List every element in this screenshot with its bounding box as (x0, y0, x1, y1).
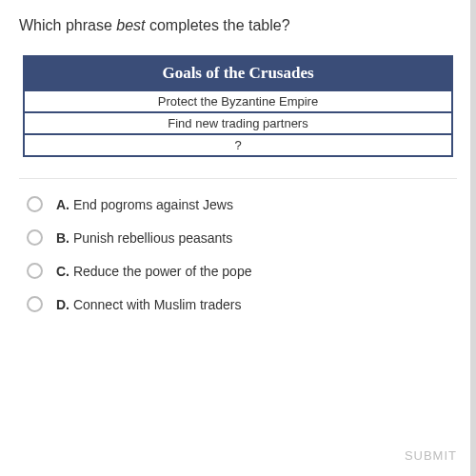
choice-label: C. Reduce the power of the pope (56, 264, 251, 279)
choice-d[interactable]: D. Connect with Muslim traders (27, 296, 457, 312)
question-post: completes the table? (146, 17, 290, 33)
table-row: ? (25, 133, 451, 155)
choice-letter: B. (56, 230, 69, 246)
answer-choices: A. End pogroms against Jews B. Punish re… (19, 196, 457, 312)
submit-button[interactable]: SUBMIT (405, 448, 457, 463)
choice-text: End pogroms against Jews (73, 197, 233, 212)
scrollbar-track[interactable] (470, 0, 476, 476)
table-title: Goals of the Crusades (25, 57, 451, 89)
choice-letter: C. (56, 264, 69, 279)
choice-label: A. End pogroms against Jews (56, 197, 233, 212)
choice-letter: D. (56, 297, 69, 312)
choice-label: B. Punish rebellious peasants (56, 230, 232, 246)
choice-a[interactable]: A. End pogroms against Jews (27, 196, 457, 212)
question-emph: best (116, 17, 145, 33)
choice-b[interactable]: B. Punish rebellious peasants (27, 229, 457, 246)
choice-label: D. Connect with Muslim traders (56, 297, 242, 312)
choice-c[interactable]: C. Reduce the power of the pope (27, 263, 457, 279)
choice-text: Reduce the power of the pope (73, 264, 252, 279)
table-row: Protect the Byzantine Empire (25, 89, 451, 111)
radio-icon[interactable] (27, 196, 43, 212)
goals-table: Goals of the Crusades Protect the Byzant… (23, 55, 453, 157)
table-row: Find new trading partners (25, 111, 451, 133)
choice-text: Punish rebellious peasants (73, 230, 232, 246)
radio-icon[interactable] (27, 263, 43, 279)
radio-icon[interactable] (27, 296, 43, 312)
question-text: Which phrase best completes the table? (19, 17, 457, 34)
radio-icon[interactable] (27, 229, 43, 246)
question-pre: Which phrase (19, 17, 116, 33)
choice-letter: A. (56, 197, 69, 212)
divider (19, 178, 457, 179)
choice-text: Connect with Muslim traders (73, 297, 242, 312)
